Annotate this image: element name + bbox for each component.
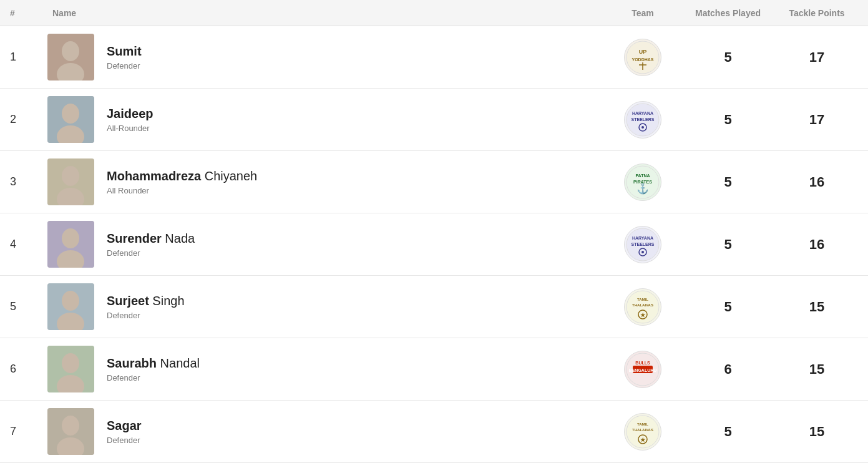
svg-point-24 <box>62 228 79 248</box>
player-cell: Sumit Defender <box>47 34 605 80</box>
table-row[interactable]: 7 Sagar Defender TAMIL THALAIVAS ★ <box>0 401 868 463</box>
team-cell: PATNA PIRATES ⚓ <box>605 163 680 201</box>
team-logo: TAMIL THALAIVAS ★ <box>624 413 661 451</box>
tackle-points: 15 <box>776 424 858 440</box>
player-cell: Mohammadreza Chiyaneh All Rounder <box>47 158 605 205</box>
player-first-name: Sagar <box>107 419 142 432</box>
player-role: Defender <box>107 61 142 71</box>
player-role: Defender <box>107 311 185 320</box>
tackle-points: 15 <box>776 299 858 315</box>
player-first-name: Sumit <box>107 44 142 58</box>
header-team: Team <box>605 8 680 18</box>
player-name: Sumit <box>107 44 142 59</box>
team-logo: BENGALURU BULLS <box>624 351 661 388</box>
player-cell: Saurabh Nandal Defender <box>47 346 605 392</box>
svg-text:TAMIL: TAMIL <box>637 422 648 426</box>
svg-point-15 <box>641 126 644 129</box>
player-photo <box>47 158 94 205</box>
svg-text:BENGALURU: BENGALURU <box>629 368 657 373</box>
player-rank: 1 <box>10 51 47 64</box>
player-photo <box>47 346 94 392</box>
team-logo: TAMIL THALAIVAS ★ <box>624 288 661 326</box>
player-photo <box>47 283 94 330</box>
header-rank: # <box>10 8 47 18</box>
matches-played: 5 <box>680 112 776 128</box>
player-role: Defender <box>107 436 142 445</box>
svg-text:BULLS: BULLS <box>635 361 650 365</box>
player-name: Jaideep <box>107 107 153 121</box>
table-header: # Name Team Matches Played Tackle Points <box>0 0 868 26</box>
player-first-name: Surender <box>107 232 162 245</box>
player-cell: Jaideep All-Rounder <box>47 96 605 143</box>
table-row[interactable]: 1 Sumit Defender UP YODDHAS <box>0 26 868 89</box>
matches-played: 5 <box>680 49 776 66</box>
player-name: Mohammadreza Chiyaneh <box>107 169 257 183</box>
player-first-name: Mohammadreza <box>107 169 201 183</box>
svg-text:HARYANA: HARYANA <box>632 111 653 115</box>
table-row[interactable]: 4 Surender Nada Defender HARYANA STEELER… <box>0 213 868 276</box>
player-rank: 7 <box>10 425 47 438</box>
team-cell: BENGALURU BULLS <box>605 351 680 388</box>
svg-text:STEELERS: STEELERS <box>631 117 655 122</box>
svg-point-40 <box>62 353 79 373</box>
team-cell: UP YODDHAS <box>605 39 680 76</box>
header-name: Name <box>47 8 605 18</box>
svg-text:TAMIL: TAMIL <box>637 298 648 301</box>
player-info: Surender Nada Defender <box>107 232 195 258</box>
player-role: All Rounder <box>107 186 257 195</box>
player-info: Jaideep All-Rounder <box>107 107 153 133</box>
player-cell: Sagar Defender <box>47 408 605 455</box>
player-info: Mohammadreza Chiyaneh All Rounder <box>107 169 257 195</box>
tackle-points: 15 <box>776 361 858 378</box>
svg-point-9 <box>62 104 79 124</box>
player-first-name: Surjeet <box>107 294 149 308</box>
svg-text:PATNA: PATNA <box>635 173 650 178</box>
svg-point-17 <box>62 166 79 186</box>
svg-text:STEELERS: STEELERS <box>631 242 655 246</box>
player-cell: Surjeet Singh Defender <box>47 283 605 330</box>
svg-text:YODDHAS: YODDHAS <box>631 57 653 62</box>
team-cell: HARYANA STEELERS <box>605 226 680 263</box>
svg-point-47 <box>62 416 79 436</box>
matches-played: 5 <box>680 299 776 315</box>
matches-played: 5 <box>680 174 776 190</box>
leaderboard-table: # Name Team Matches Played Tackle Points… <box>0 0 868 463</box>
svg-text:★: ★ <box>640 437 646 443</box>
player-rank: 6 <box>10 363 47 376</box>
table-row[interactable]: 2 Jaideep All-Rounder HARYANA STEELERS <box>0 89 868 151</box>
header-points: Tackle Points <box>776 8 858 18</box>
svg-text:UP: UP <box>639 49 647 55</box>
team-cell: HARYANA STEELERS <box>605 101 680 139</box>
team-logo: UP YODDHAS <box>624 39 661 76</box>
tackle-points: 16 <box>776 236 858 253</box>
player-name: Sagar <box>107 419 142 433</box>
svg-text:★: ★ <box>640 312 646 318</box>
table-row[interactable]: 6 Saurabh Nandal Defender BENGALURU BULL… <box>0 338 868 401</box>
svg-point-49 <box>627 416 659 448</box>
svg-point-34 <box>627 291 659 323</box>
player-info: Surjeet Singh Defender <box>107 294 185 320</box>
svg-point-1 <box>62 41 79 61</box>
matches-played: 5 <box>680 424 776 440</box>
player-first-name: Jaideep <box>107 107 153 120</box>
player-photo <box>47 221 94 268</box>
player-rank: 4 <box>10 238 47 251</box>
svg-text:⚓: ⚓ <box>636 183 649 195</box>
player-rank: 3 <box>10 175 47 188</box>
team-logo: HARYANA STEELERS <box>624 101 661 139</box>
team-logo: HARYANA STEELERS <box>624 226 661 263</box>
table-row[interactable]: 5 Surjeet Singh Defender TAMIL THALAIVAS… <box>0 276 868 338</box>
player-cell: Surender Nada Defender <box>47 221 605 268</box>
tackle-points: 16 <box>776 174 858 190</box>
tackle-points: 17 <box>776 112 858 128</box>
table-row[interactable]: 3 Mohammadreza Chiyaneh All Rounder PATN… <box>0 151 868 213</box>
player-info: Sumit Defender <box>107 44 142 71</box>
matches-played: 6 <box>680 361 776 378</box>
player-name: Surjeet Singh <box>107 294 185 308</box>
team-logo: PATNA PIRATES ⚓ <box>624 163 661 201</box>
svg-point-30 <box>641 251 644 253</box>
team-cell: TAMIL THALAIVAS ★ <box>605 288 680 326</box>
svg-point-32 <box>62 291 79 311</box>
player-name: Surender Nada <box>107 232 195 246</box>
svg-text:THALAIVAS: THALAIVAS <box>632 428 653 432</box>
